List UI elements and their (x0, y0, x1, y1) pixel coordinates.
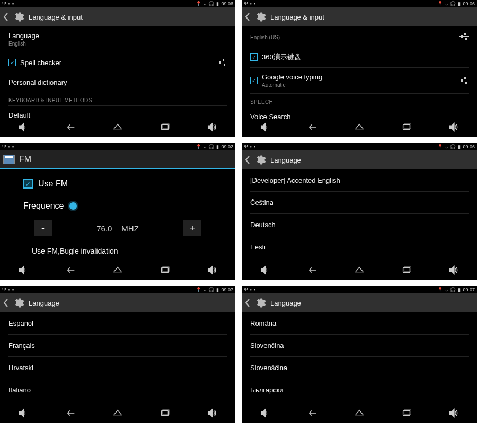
volume-down-button[interactable] (259, 264, 271, 278)
checkbox-icon[interactable] (8, 59, 16, 66)
checkbox-icon[interactable] (250, 53, 258, 61)
settings-sliders-icon[interactable] (459, 32, 469, 41)
recent-button[interactable] (159, 121, 171, 135)
back-chevron-icon[interactable] (3, 298, 8, 308)
volume-up-button[interactable] (448, 121, 460, 135)
clock-text: 09:06 (463, 1, 475, 6)
volume-down-button[interactable] (17, 264, 29, 278)
language-row[interactable]: Magyar (8, 401, 227, 406)
row-sublabel: Automatic (262, 82, 322, 88)
square-icon: ▫ (250, 287, 252, 292)
square-icon: ▫ (250, 144, 252, 149)
use-fm-row[interactable]: Use FM (23, 179, 212, 189)
square-icon: ▪ (12, 144, 14, 149)
settings-row[interactable]: Personal dictionary (8, 73, 227, 92)
headphones-icon: 🎧 (450, 1, 456, 6)
volume-up-button[interactable] (448, 264, 460, 278)
settings-row[interactable]: DefaultEnglish (US) - Android Keyboard (… (8, 106, 227, 120)
psi-icon: Ψ (2, 144, 6, 149)
recent-button[interactable] (401, 264, 412, 278)
language-row[interactable]: Hrvatski (8, 357, 227, 379)
checkbox-icon[interactable] (250, 77, 258, 84)
freq-unit: MHZ (121, 224, 139, 233)
home-button[interactable] (354, 264, 365, 278)
settings-row[interactable]: LanguageEnglish (8, 26, 227, 52)
recent-button[interactable] (159, 264, 171, 278)
language-row[interactable]: Deutsch (250, 214, 469, 236)
back-chevron-icon[interactable] (245, 12, 250, 22)
language-row[interactable]: Čeština (250, 192, 469, 214)
battery-icon: ▮ (216, 1, 219, 6)
volume-up-button[interactable] (206, 121, 218, 135)
language-row[interactable]: Español (8, 312, 227, 335)
checkbox-icon[interactable] (23, 179, 33, 189)
freq-minus-button[interactable]: - (34, 220, 52, 236)
row-label: Personal dictionary (8, 78, 67, 86)
language-row[interactable]: Русский (250, 401, 469, 406)
back-button[interactable] (65, 264, 76, 278)
status-bar: Ψ ▫ ▪ 📍 ⌵ 🎧 ▮ 09:06 (0, 0, 235, 7)
back-chevron-icon[interactable] (245, 155, 250, 165)
bluetooth-icon: ⌵ (204, 287, 206, 292)
home-button[interactable] (112, 407, 123, 421)
language-row[interactable]: Italiano (8, 379, 227, 401)
app-bar: Language (0, 293, 235, 312)
settings-sliders-icon[interactable] (459, 76, 469, 85)
square-icon: ▫ (8, 287, 10, 292)
volume-up-button[interactable] (448, 407, 460, 421)
volume-down-button[interactable] (259, 407, 271, 421)
language-row[interactable]: Eesti (250, 236, 469, 258)
volume-up-button[interactable] (206, 407, 218, 421)
settings-row[interactable]: English (US) (250, 26, 469, 47)
settings-row[interactable]: Google voice typingAutomatic (250, 68, 469, 94)
clock-text: 09:06 (463, 144, 475, 149)
language-row[interactable]: Slovenčina (250, 335, 469, 357)
recent-button[interactable] (401, 407, 412, 421)
language-row[interactable]: Română (250, 312, 469, 335)
fm-note: Use FM,Bugle invalidation (23, 247, 212, 255)
back-button[interactable] (65, 121, 76, 135)
radio-on-icon[interactable] (69, 202, 77, 210)
language-row[interactable]: English (250, 258, 469, 263)
back-button[interactable] (306, 407, 318, 421)
headphones-icon: 🎧 (208, 144, 214, 149)
home-button[interactable] (354, 407, 365, 421)
home-button[interactable] (112, 121, 123, 135)
row-label: Spell checker (20, 59, 61, 67)
square-icon: ▪ (254, 287, 255, 292)
bluetooth-icon: ⌵ (445, 287, 448, 292)
recent-button[interactable] (401, 121, 412, 135)
language-row[interactable]: Български (250, 379, 469, 401)
language-row[interactable]: [Developer] Accented English (250, 169, 469, 192)
back-chevron-icon[interactable] (245, 298, 250, 308)
back-button[interactable] (306, 264, 318, 278)
location-icon: 📍 (196, 287, 201, 292)
freq-plus-button[interactable]: + (183, 220, 201, 236)
volume-down-button[interactable] (17, 407, 29, 421)
psi-icon: Ψ (2, 1, 6, 6)
volume-up-button[interactable] (206, 264, 218, 278)
settings-row[interactable]: 360演示键盘 (250, 47, 469, 68)
recent-button[interactable] (159, 407, 171, 421)
row-label: Language (8, 32, 39, 40)
volume-down-button[interactable] (259, 121, 271, 135)
home-button[interactable] (354, 121, 365, 135)
use-fm-label: Use FM (38, 179, 68, 189)
settings-row[interactable]: Spell checker (8, 52, 227, 73)
headphones-icon: 🎧 (208, 287, 214, 292)
location-icon: 📍 (437, 287, 443, 292)
nav-bar (242, 406, 477, 423)
back-chevron-icon[interactable] (3, 12, 8, 22)
home-button[interactable] (112, 264, 123, 278)
settings-row[interactable]: Voice Search (250, 107, 469, 120)
language-row[interactable]: Français (8, 335, 227, 357)
back-button[interactable] (306, 121, 318, 135)
language-row[interactable]: Slovenščina (250, 357, 469, 379)
volume-down-button[interactable] (17, 121, 29, 135)
app-bar: Language (242, 150, 477, 169)
settings-sliders-icon[interactable] (217, 58, 227, 67)
status-bar: Ψ ▫ ▪ 📍 ⌵ 🎧 ▮ 09:06 (242, 143, 477, 150)
fm-app-icon (3, 155, 15, 164)
back-button[interactable] (65, 407, 76, 421)
location-icon: 📍 (196, 144, 201, 149)
